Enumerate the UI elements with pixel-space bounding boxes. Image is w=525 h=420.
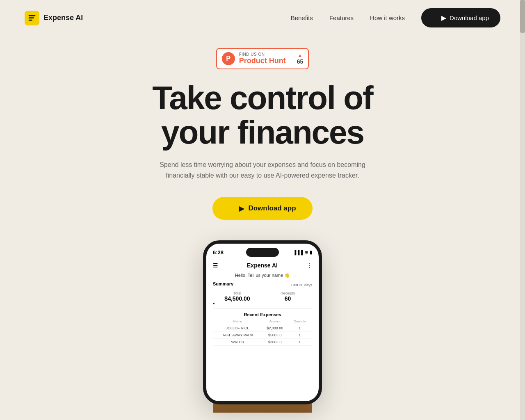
summary-grid: Total $4,500.00 Receipts 60 xyxy=(213,291,312,304)
phone-time: 6:28 xyxy=(213,249,224,256)
hero-headline: Take control of your finances xyxy=(115,81,410,150)
expense-qty-1: 1 xyxy=(288,326,313,330)
receipts-label: Receipts xyxy=(263,291,312,295)
hero-download-button[interactable]: ▶ Download app xyxy=(212,197,312,220)
expense-amount-2: $500.00 xyxy=(262,333,288,337)
expense-name-1: JOLLOF RICE xyxy=(213,326,262,330)
product-hunt-logo: P xyxy=(222,52,235,65)
recent-expenses-title: Recent Expenses xyxy=(213,312,312,317)
wifi-icon: ≋ xyxy=(304,250,308,255)
expense-qty-2: 1 xyxy=(288,333,313,337)
battery-icon: ▮ xyxy=(310,250,312,255)
expense-amount-3: $300.00 xyxy=(262,340,288,344)
hero-play-icon: ▶ xyxy=(239,205,244,212)
expense-amount-1: $2,000.00 xyxy=(262,326,288,330)
phone-app-header: ☰ Expense AI ⋮ xyxy=(206,259,319,270)
summary-title: Summary xyxy=(213,281,233,286)
phone-menu-icon: ☰ xyxy=(213,262,218,269)
total-value: $4,500.00 xyxy=(213,295,262,302)
svg-rect-0 xyxy=(29,15,36,16)
phone-device: 6:28 ▐▐▐ ≋ ▮ ☰ Expense AI ⋮ Hello, Tell … xyxy=(203,240,322,404)
navbar: Expense AI Benefits Features How it work… xyxy=(0,0,525,36)
nav-how-it-works[interactable]: How it works xyxy=(370,14,405,21)
hero-download-label: Download app xyxy=(248,204,296,212)
expense-row-1: JOLLOF RICE $2,000.00 1 xyxy=(213,325,312,332)
hero-subtext: Spend less time worrying about your expe… xyxy=(156,160,369,180)
product-hunt-text: FIND US ON Product Hunt xyxy=(239,52,286,65)
summary-period: Last 30 days xyxy=(291,283,312,287)
product-hunt-name: Product Hunt xyxy=(239,57,286,65)
nav-benefits[interactable]: Benefits xyxy=(291,14,313,21)
col-qty: Quantity xyxy=(288,320,313,323)
expense-name-3: WATER xyxy=(213,340,262,344)
expense-row-2: TAKE AWAY PACK $500.00 1 xyxy=(213,332,312,339)
brand-name: Expense AI xyxy=(43,14,83,22)
nav-download-label: Download app xyxy=(450,14,489,21)
signal-icon: ▐▐▐ xyxy=(293,250,303,255)
logo-area: Expense AI xyxy=(25,11,83,25)
phone-content: Hello, Tell us your name 👋 Summary Last … xyxy=(206,270,319,348)
expense-table-header: Name Amount Quantity xyxy=(213,320,312,323)
col-amount: Amount xyxy=(262,320,288,323)
logo-icon xyxy=(25,11,39,25)
receipts-cell: Receipts 60 xyxy=(263,291,312,304)
total-label: Total xyxy=(213,291,262,295)
col-name: Name xyxy=(213,320,262,323)
product-hunt-count: 65 xyxy=(297,58,304,65)
scrollbar[interactable] xyxy=(520,0,525,420)
svg-rect-1 xyxy=(29,17,34,18)
phone-mockup-wrapper: 6:28 ▐▐▐ ≋ ▮ ☰ Expense AI ⋮ Hello, Tell … xyxy=(197,240,328,404)
total-cell: Total $4,500.00 xyxy=(213,291,262,304)
nav-links: Benefits Features How it works ▶ Downloa… xyxy=(291,8,500,27)
phone-more-icon: ⋮ xyxy=(306,262,312,269)
expense-name-2: TAKE AWAY PACK xyxy=(213,333,262,337)
play-icon: ▶ xyxy=(441,14,446,22)
phone-status-icons: ▐▐▐ ≋ ▮ xyxy=(293,250,312,255)
nav-download-button[interactable]: ▶ Download app xyxy=(421,8,500,27)
product-hunt-find: FIND US ON xyxy=(239,52,265,57)
expense-qty-3: 1 xyxy=(288,340,313,344)
phone-divider xyxy=(213,308,312,309)
summary-header: Summary Last 30 days xyxy=(213,281,312,289)
product-hunt-badge[interactable]: P FIND US ON Product Hunt ▲ 65 xyxy=(216,48,309,69)
svg-rect-2 xyxy=(29,19,32,21)
receipts-value: 60 xyxy=(263,295,312,302)
product-hunt-arrow: ▲ xyxy=(298,52,303,58)
hero-section: P FIND US ON Product Hunt ▲ 65 Take cont… xyxy=(0,36,525,404)
nav-features[interactable]: Features xyxy=(329,14,354,21)
product-hunt-votes: ▲ 65 xyxy=(292,52,304,65)
hero-btn-divider xyxy=(234,205,234,212)
expense-row-3: WATER $300.00 1 xyxy=(213,339,312,346)
total-dot xyxy=(213,303,215,304)
phone-greeting: Hello, Tell us your name 👋 xyxy=(213,273,312,278)
scrollbar-thumb[interactable] xyxy=(520,0,525,33)
btn-divider xyxy=(437,15,437,21)
dynamic-island xyxy=(246,248,279,257)
phone-app-title: Expense AI xyxy=(218,262,306,269)
